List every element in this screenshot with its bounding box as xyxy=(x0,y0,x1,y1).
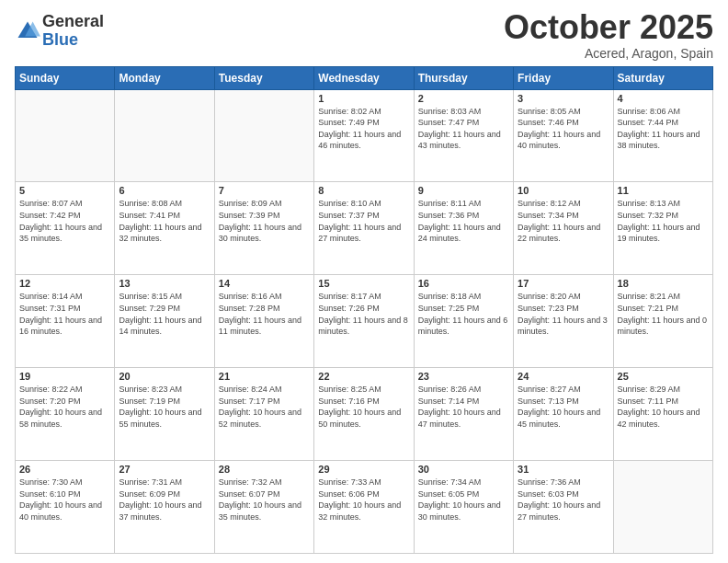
table-row: 31Sunrise: 7:36 AMSunset: 6:03 PMDayligh… xyxy=(514,461,613,554)
day-info: Sunrise: 8:17 AMSunset: 7:26 PMDaylight:… xyxy=(318,291,409,337)
table-row: 22Sunrise: 8:25 AMSunset: 7:16 PMDayligh… xyxy=(314,368,414,461)
table-row: 2Sunrise: 8:03 AMSunset: 7:47 PMDaylight… xyxy=(414,89,513,182)
day-number: 3 xyxy=(518,93,609,104)
day-number: 1 xyxy=(318,93,409,104)
page: General Blue October 2025 Acered, Aragon… xyxy=(0,0,728,563)
table-row xyxy=(115,89,214,182)
day-info: Sunrise: 8:02 AMSunset: 7:49 PMDaylight:… xyxy=(318,106,409,152)
table-row: 17Sunrise: 8:20 AMSunset: 7:23 PMDayligh… xyxy=(514,275,613,368)
day-info: Sunrise: 8:10 AMSunset: 7:37 PMDaylight:… xyxy=(318,198,409,244)
calendar-header: Sunday Monday Tuesday Wednesday Thursday… xyxy=(16,66,713,89)
day-info: Sunrise: 8:18 AMSunset: 7:25 PMDaylight:… xyxy=(418,291,509,337)
col-friday: Friday xyxy=(514,66,613,89)
col-monday: Monday xyxy=(115,66,214,89)
day-info: Sunrise: 8:21 AMSunset: 7:21 PMDaylight:… xyxy=(618,291,709,337)
day-number: 16 xyxy=(418,278,509,289)
day-number: 15 xyxy=(318,278,409,289)
day-number: 2 xyxy=(418,93,509,104)
day-number: 12 xyxy=(19,278,110,289)
day-info: Sunrise: 7:36 AMSunset: 6:03 PMDaylight:… xyxy=(518,477,609,523)
day-number: 7 xyxy=(219,185,310,196)
day-info: Sunrise: 7:34 AMSunset: 6:05 PMDaylight:… xyxy=(418,477,509,523)
day-number: 5 xyxy=(19,185,110,196)
location: Acered, Aragon, Spain xyxy=(504,46,713,61)
table-row: 18Sunrise: 8:21 AMSunset: 7:21 PMDayligh… xyxy=(613,275,712,368)
day-info: Sunrise: 8:05 AMSunset: 7:46 PMDaylight:… xyxy=(518,106,609,152)
table-row: 14Sunrise: 8:16 AMSunset: 7:28 PMDayligh… xyxy=(214,275,313,368)
table-row xyxy=(214,89,313,182)
table-row: 10Sunrise: 8:12 AMSunset: 7:34 PMDayligh… xyxy=(514,182,613,275)
table-row: 5Sunrise: 8:07 AMSunset: 7:42 PMDaylight… xyxy=(16,182,115,275)
logo-text: General Blue xyxy=(42,13,104,50)
calendar-body: 1Sunrise: 8:02 AMSunset: 7:49 PMDaylight… xyxy=(16,89,713,553)
day-info: Sunrise: 8:12 AMSunset: 7:34 PMDaylight:… xyxy=(518,198,609,244)
day-number: 20 xyxy=(119,371,210,382)
header-row: Sunday Monday Tuesday Wednesday Thursday… xyxy=(16,66,713,89)
day-info: Sunrise: 8:25 AMSunset: 7:16 PMDaylight:… xyxy=(318,384,409,430)
day-info: Sunrise: 8:24 AMSunset: 7:17 PMDaylight:… xyxy=(219,384,310,430)
table-row: 29Sunrise: 7:33 AMSunset: 6:06 PMDayligh… xyxy=(314,461,414,554)
table-row: 15Sunrise: 8:17 AMSunset: 7:26 PMDayligh… xyxy=(314,275,414,368)
day-number: 24 xyxy=(518,371,609,382)
table-row: 4Sunrise: 8:06 AMSunset: 7:44 PMDaylight… xyxy=(613,89,712,182)
table-row: 26Sunrise: 7:30 AMSunset: 6:10 PMDayligh… xyxy=(16,461,115,554)
table-row: 1Sunrise: 8:02 AMSunset: 7:49 PMDaylight… xyxy=(314,89,414,182)
table-row: 27Sunrise: 7:31 AMSunset: 6:09 PMDayligh… xyxy=(115,461,214,554)
table-row: 13Sunrise: 8:15 AMSunset: 7:29 PMDayligh… xyxy=(115,275,214,368)
table-row: 9Sunrise: 8:11 AMSunset: 7:36 PMDaylight… xyxy=(414,182,513,275)
col-thursday: Thursday xyxy=(414,66,513,89)
table-row: 11Sunrise: 8:13 AMSunset: 7:32 PMDayligh… xyxy=(613,182,712,275)
month-title: October 2025 xyxy=(504,9,713,46)
title-block: October 2025 Acered, Aragon, Spain xyxy=(504,9,713,61)
day-info: Sunrise: 8:20 AMSunset: 7:23 PMDaylight:… xyxy=(518,291,609,337)
calendar-table: Sunday Monday Tuesday Wednesday Thursday… xyxy=(15,66,713,554)
day-number: 28 xyxy=(219,464,310,475)
day-info: Sunrise: 8:26 AMSunset: 7:14 PMDaylight:… xyxy=(418,384,509,430)
day-info: Sunrise: 8:08 AMSunset: 7:41 PMDaylight:… xyxy=(119,198,210,244)
day-info: Sunrise: 8:22 AMSunset: 7:20 PMDaylight:… xyxy=(19,384,110,430)
day-number: 10 xyxy=(518,185,609,196)
day-number: 13 xyxy=(119,278,210,289)
table-row: 30Sunrise: 7:34 AMSunset: 6:05 PMDayligh… xyxy=(414,461,513,554)
col-sunday: Sunday xyxy=(16,66,115,89)
day-info: Sunrise: 8:15 AMSunset: 7:29 PMDaylight:… xyxy=(119,291,210,337)
table-row xyxy=(613,461,712,554)
day-info: Sunrise: 8:09 AMSunset: 7:39 PMDaylight:… xyxy=(219,198,310,244)
col-saturday: Saturday xyxy=(613,66,712,89)
table-row: 16Sunrise: 8:18 AMSunset: 7:25 PMDayligh… xyxy=(414,275,513,368)
day-info: Sunrise: 8:07 AMSunset: 7:42 PMDaylight:… xyxy=(19,198,110,244)
day-number: 9 xyxy=(418,185,509,196)
logo-icon xyxy=(15,18,40,44)
day-number: 6 xyxy=(119,185,210,196)
logo-blue-text: Blue xyxy=(42,31,104,50)
day-info: Sunrise: 8:03 AMSunset: 7:47 PMDaylight:… xyxy=(418,106,509,152)
day-number: 8 xyxy=(318,185,409,196)
day-info: Sunrise: 8:23 AMSunset: 7:19 PMDaylight:… xyxy=(119,384,210,430)
col-tuesday: Tuesday xyxy=(214,66,313,89)
table-row: 3Sunrise: 8:05 AMSunset: 7:46 PMDaylight… xyxy=(514,89,613,182)
day-number: 19 xyxy=(19,371,110,382)
day-info: Sunrise: 7:33 AMSunset: 6:06 PMDaylight:… xyxy=(318,477,409,523)
day-number: 30 xyxy=(418,464,509,475)
table-row: 23Sunrise: 8:26 AMSunset: 7:14 PMDayligh… xyxy=(414,368,513,461)
day-info: Sunrise: 8:27 AMSunset: 7:13 PMDaylight:… xyxy=(518,384,609,430)
day-number: 14 xyxy=(219,278,310,289)
day-number: 29 xyxy=(318,464,409,475)
day-info: Sunrise: 8:16 AMSunset: 7:28 PMDaylight:… xyxy=(219,291,310,337)
table-row: 7Sunrise: 8:09 AMSunset: 7:39 PMDaylight… xyxy=(214,182,313,275)
day-number: 23 xyxy=(418,371,509,382)
day-info: Sunrise: 8:13 AMSunset: 7:32 PMDaylight:… xyxy=(618,198,709,244)
table-row: 8Sunrise: 8:10 AMSunset: 7:37 PMDaylight… xyxy=(314,182,414,275)
table-row: 20Sunrise: 8:23 AMSunset: 7:19 PMDayligh… xyxy=(115,368,214,461)
header: General Blue October 2025 Acered, Aragon… xyxy=(15,9,713,61)
day-number: 25 xyxy=(618,371,709,382)
table-row: 28Sunrise: 7:32 AMSunset: 6:07 PMDayligh… xyxy=(214,461,313,554)
day-number: 4 xyxy=(618,93,709,104)
day-number: 11 xyxy=(618,185,709,196)
logo-general-text: General xyxy=(42,13,104,31)
col-wednesday: Wednesday xyxy=(314,66,414,89)
day-number: 26 xyxy=(19,464,110,475)
day-info: Sunrise: 8:11 AMSunset: 7:36 PMDaylight:… xyxy=(418,198,509,244)
day-number: 27 xyxy=(119,464,210,475)
day-number: 18 xyxy=(618,278,709,289)
